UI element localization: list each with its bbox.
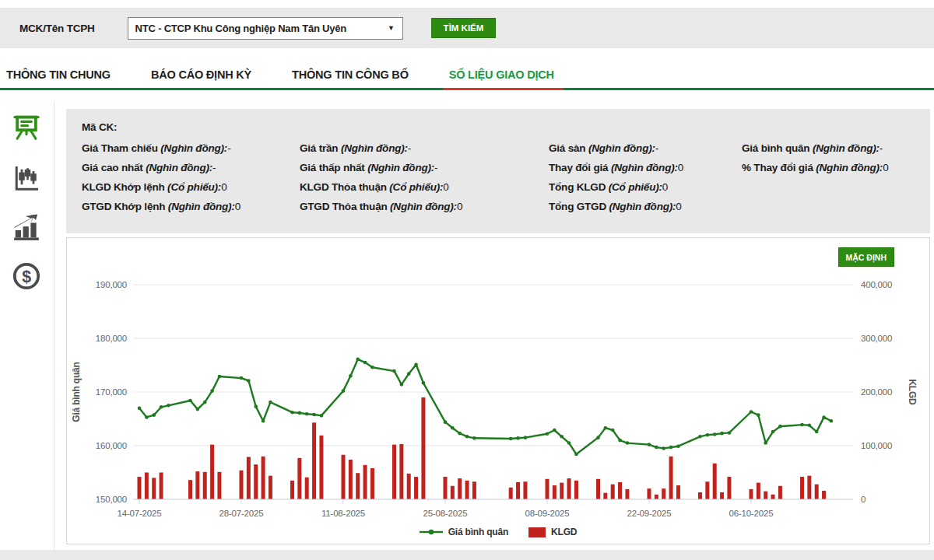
stat-item: Giá Tham chiếu (Nghìn đồng):- xyxy=(82,142,300,154)
bar-swatch-icon xyxy=(528,527,546,537)
stat-item: Tổng GTGD (Nghìn đồng):0 xyxy=(549,201,742,212)
chart-type-sidebar: $ xyxy=(0,101,54,549)
tab-2[interactable]: THÔNG TIN CÔNG BỐ xyxy=(289,59,412,88)
stat-item: Giá cao nhất (Nghìn đồng):- xyxy=(82,162,300,173)
chevron-down-icon: ▼ xyxy=(388,24,395,32)
line-marker-icon xyxy=(420,528,443,536)
svg-text:$: $ xyxy=(22,268,31,286)
chart-legend: Giá bình quânKLGD xyxy=(67,523,929,541)
stat-item: KLGD Thỏa thuận (Cổ phiếu):0 xyxy=(300,181,549,193)
svg-text:300,000: 300,000 xyxy=(861,334,892,343)
svg-text:200,000: 200,000 xyxy=(861,387,892,397)
bar-chart-arrow-icon[interactable] xyxy=(10,211,43,243)
price-line xyxy=(139,359,831,454)
tab-3[interactable]: SỐ LIỆU GIAO DỊCH xyxy=(446,59,557,88)
tab-0[interactable]: THÔNG TIN CHUNG xyxy=(3,59,114,88)
stock-info-page: MCK/Tên TCPH NTC - CTCP Khu Công nghiệp … xyxy=(0,0,934,560)
svg-text:150,000: 150,000 xyxy=(96,495,127,504)
svg-text:180,000: 180,000 xyxy=(96,334,127,343)
svg-text:160,000: 160,000 xyxy=(96,441,127,450)
default-view-button[interactable]: MẶC ĐỊNH xyxy=(838,247,895,267)
stat-item: KLGD Khớp lệnh (Cổ phiếu):0 xyxy=(82,181,300,193)
issuer-search-bar: MCK/Tên TCPH NTC - CTCP Khu Công nghiệp … xyxy=(0,8,934,48)
candlestick-chart-icon[interactable] xyxy=(10,162,43,194)
presentation-board-icon[interactable] xyxy=(10,111,43,144)
chart-panel: 150,0000160,000100,000170,000200,000180,… xyxy=(66,237,930,544)
section-tabs: THÔNG TIN CHUNGBÁO CÁO ĐỊNH KỲTHÔNG TIN … xyxy=(0,59,934,90)
svg-text:0: 0 xyxy=(861,495,866,504)
price-volume-chart: 150,0000160,000100,000170,000200,000180,… xyxy=(67,238,928,542)
svg-text:14-07-2025: 14-07-2025 xyxy=(118,509,162,518)
svg-text:11-08-2025: 11-08-2025 xyxy=(321,509,365,518)
issuer-select-value: NTC - CTCP Khu Công nghiệp Nam Tân Uyên xyxy=(128,23,346,34)
stat-item: Giá thấp nhất (Nghìn đồng):- xyxy=(300,162,549,173)
footer-strip xyxy=(0,550,934,560)
svg-text:170,000: 170,000 xyxy=(96,387,127,397)
stat-item: Giá bình quân (Nghìn đồng):- xyxy=(742,142,930,154)
stat-item: Thay đổi giá (Nghìn đồng):0 xyxy=(549,162,742,173)
dollar-coin-icon[interactable]: $ xyxy=(10,260,43,292)
svg-text:25-08-2025: 25-08-2025 xyxy=(423,509,468,518)
stat-item: % Thay đổi giá (Nghìn đồng):0 xyxy=(742,162,930,173)
svg-text:06-10-2025: 06-10-2025 xyxy=(729,509,774,518)
svg-text:KLGD: KLGD xyxy=(907,379,918,405)
stat-item: Tổng KLGD (Cổ phiếu):0 xyxy=(549,181,742,193)
stat-item: GTGD Thỏa thuận (Nghìn đồng):0 xyxy=(300,201,549,212)
trading-stats-panel: Mã CK: Giá Tham chiếu (Nghìn đồng):-Giá … xyxy=(66,109,930,233)
svg-text:100,000: 100,000 xyxy=(861,441,892,450)
stats-rows: Giá Tham chiếu (Nghìn đồng):-Giá trần (N… xyxy=(82,138,930,216)
svg-text:190,000: 190,000 xyxy=(96,280,127,289)
legend-item-volume[interactable]: KLGD xyxy=(528,527,577,537)
tab-1[interactable]: BÁO CÁO ĐỊNH KỲ xyxy=(148,59,255,88)
svg-text:Giá bình quân: Giá bình quân xyxy=(71,362,82,422)
svg-text:28-07-2025: 28-07-2025 xyxy=(219,509,264,518)
issuer-search-label: MCK/Tên TCPH xyxy=(19,23,95,34)
stat-item: Giá trần (Nghìn đồng):- xyxy=(300,142,549,154)
svg-text:400,000: 400,000 xyxy=(861,280,892,289)
svg-text:08-09-2025: 08-09-2025 xyxy=(525,509,570,518)
stat-item: GTGD Khớp lệnh (Nghìn đồng):0 xyxy=(82,201,300,212)
volume-bars xyxy=(138,397,827,499)
search-button[interactable]: TÌM KIẾM xyxy=(431,18,497,38)
legend-item-price[interactable]: Giá bình quân xyxy=(420,527,508,537)
stock-code-label: Mã CK: xyxy=(82,121,930,133)
stat-item: Giá sàn (Nghìn đồng):- xyxy=(549,142,742,154)
svg-text:22-09-2025: 22-09-2025 xyxy=(627,509,672,518)
issuer-select[interactable]: NTC - CTCP Khu Công nghiệp Nam Tân Uyên … xyxy=(128,17,403,40)
